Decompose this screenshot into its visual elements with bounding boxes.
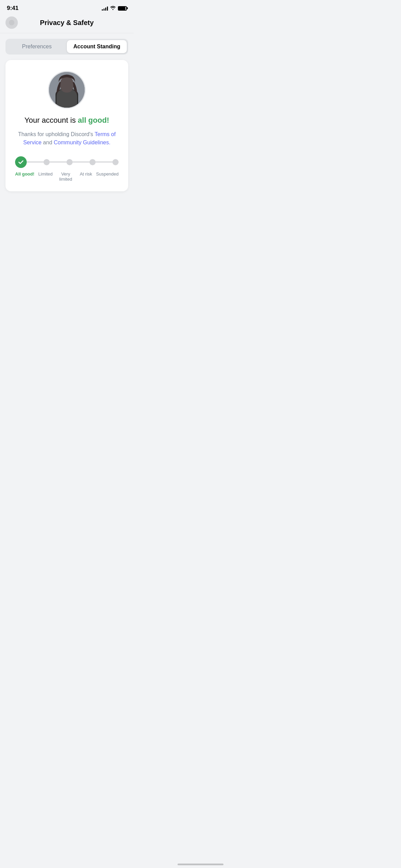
account-description: Thanks for upholding Discord's Terms of …: [14, 130, 120, 147]
tab-switcher: Preferences Account Standing: [5, 39, 128, 55]
community-guidelines-link[interactable]: Community Guidelines.: [54, 140, 110, 145]
scale-line-1: [27, 161, 44, 162]
battery-icon: [118, 6, 127, 11]
wifi-icon: [110, 5, 116, 11]
tab-preferences[interactable]: Preferences: [7, 40, 67, 53]
status-icons: [102, 5, 127, 11]
scale-dot-limited: [44, 159, 50, 165]
back-button[interactable]: [5, 16, 18, 29]
account-status-heading: Your account is all good!: [24, 116, 109, 125]
scale-label-verylimited: Very limited: [56, 171, 76, 182]
scale-line-4: [96, 161, 112, 162]
tab-account-standing[interactable]: Account Standing: [67, 40, 127, 53]
signal-icon: [102, 6, 108, 11]
scale-track: [15, 156, 119, 168]
account-standing-card: Your account is all good! Thanks for uph…: [5, 60, 128, 191]
svg-point-3: [60, 76, 73, 91]
svg-point-0: [9, 20, 14, 25]
avatar-image: [49, 72, 85, 108]
scale-label-suspended: Suspended: [96, 171, 119, 177]
scale-label-atrisk: At risk: [76, 171, 96, 177]
status-scale: All good! Limited Very limited At risk S…: [14, 156, 120, 182]
svg-rect-4: [56, 90, 78, 108]
scale-line-3: [73, 161, 89, 162]
page-title: Privacy & Safety: [40, 19, 94, 27]
scale-dot-verylimited: [66, 159, 73, 165]
status-time: 9:41: [7, 5, 19, 12]
scale-label-limited: Limited: [35, 171, 56, 177]
scale-dot-allgood: [15, 156, 27, 168]
scale-labels: All good! Limited Very limited At risk S…: [15, 171, 119, 182]
scale-label-allgood: All good!: [15, 171, 35, 177]
scale-line-2: [50, 161, 66, 162]
svg-point-5: [60, 88, 74, 92]
avatar: [48, 71, 86, 109]
status-bar: 9:41: [0, 0, 134, 14]
scale-dot-suspended: [112, 159, 119, 165]
scale-dot-atrisk: [89, 159, 96, 165]
nav-bar: Privacy & Safety: [0, 14, 134, 33]
